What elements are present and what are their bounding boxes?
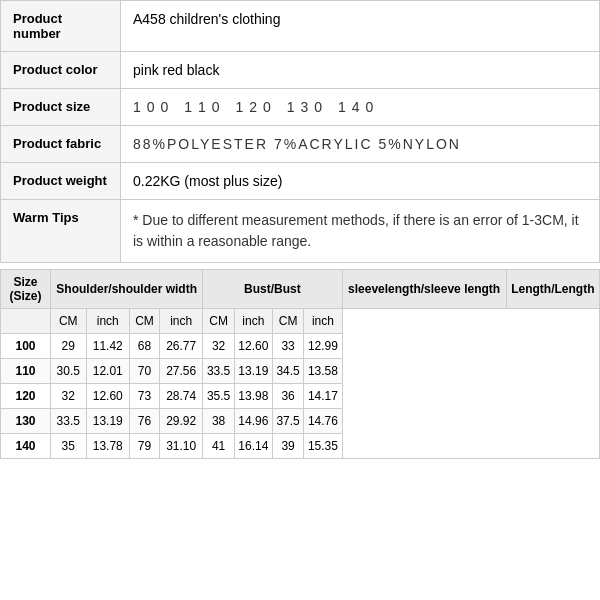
- size-cell: 12.60: [86, 384, 129, 409]
- size-label: 100: [1, 334, 51, 359]
- size-measurement-table: Size (Size)Shoulder/shoulder widthBust/B…: [0, 269, 600, 459]
- size-unit-header: inch: [234, 309, 272, 334]
- info-label: Product color: [1, 52, 121, 89]
- size-col-header: Shoulder/shoulder width: [51, 270, 203, 309]
- size-cell: 12.99: [304, 334, 342, 359]
- info-value: pink red black: [121, 52, 600, 89]
- size-cell: 36: [272, 384, 303, 409]
- product-info-table: Product numberA458 children's clothingPr…: [0, 0, 600, 263]
- size-cell: 14.96: [234, 409, 272, 434]
- size-unit-header: CM: [272, 309, 303, 334]
- size-unit-header: CM: [203, 309, 234, 334]
- info-label: Product weight: [1, 163, 121, 200]
- size-cell: 73: [129, 384, 159, 409]
- size-cell: 31.10: [160, 434, 203, 459]
- size-col-header: Size (Size): [1, 270, 51, 309]
- size-cell: 26.77: [160, 334, 203, 359]
- size-cell: 13.58: [304, 359, 342, 384]
- size-cell: 79: [129, 434, 159, 459]
- size-cell: 14.76: [304, 409, 342, 434]
- size-label: 110: [1, 359, 51, 384]
- size-label: 120: [1, 384, 51, 409]
- size-table-row: 1002911.426826.773212.603312.99: [1, 334, 600, 359]
- size-cell: 15.35: [304, 434, 342, 459]
- size-cell: 28.74: [160, 384, 203, 409]
- size-cell: 29.92: [160, 409, 203, 434]
- size-cell: 13.98: [234, 384, 272, 409]
- size-cell: 32: [203, 334, 234, 359]
- size-col-header: Bust/Bust: [203, 270, 342, 309]
- size-cell: 68: [129, 334, 159, 359]
- size-cell: 33.5: [203, 359, 234, 384]
- size-cell: 12.01: [86, 359, 129, 384]
- size-cell: 16.14: [234, 434, 272, 459]
- info-label: Product number: [1, 1, 121, 52]
- size-cell: 27.56: [160, 359, 203, 384]
- size-cell: 32: [51, 384, 87, 409]
- size-unit-header: inch: [86, 309, 129, 334]
- size-cell: 39: [272, 434, 303, 459]
- size-cell: 30.5: [51, 359, 87, 384]
- size-unit-header: CM: [51, 309, 87, 334]
- size-cell: 13.78: [86, 434, 129, 459]
- info-value: * Due to different measurement methods, …: [121, 200, 600, 263]
- info-label: Warm Tips: [1, 200, 121, 263]
- size-unit-header: [1, 309, 51, 334]
- size-cell: 35: [51, 434, 87, 459]
- info-value: 0.22KG (most plus size): [121, 163, 600, 200]
- size-col-header: sleevelength/sleeve length: [342, 270, 506, 309]
- size-cell: 38: [203, 409, 234, 434]
- size-unit-header: inch: [304, 309, 342, 334]
- size-label: 140: [1, 434, 51, 459]
- size-table-row: 1203212.607328.7435.513.983614.17: [1, 384, 600, 409]
- size-cell: 70: [129, 359, 159, 384]
- size-table-row: 1403513.787931.104116.143915.35: [1, 434, 600, 459]
- size-cell: 14.17: [304, 384, 342, 409]
- size-table-row: 13033.513.197629.923814.9637.514.76: [1, 409, 600, 434]
- size-cell: 29: [51, 334, 87, 359]
- size-unit-header: CM: [129, 309, 159, 334]
- size-cell: 12.60: [234, 334, 272, 359]
- size-label: 130: [1, 409, 51, 434]
- size-cell: 37.5: [272, 409, 303, 434]
- size-cell: 34.5: [272, 359, 303, 384]
- size-table-row: 11030.512.017027.5633.513.1934.513.58: [1, 359, 600, 384]
- size-cell: 33.5: [51, 409, 87, 434]
- info-value: 88%POLYESTER 7%ACRYLIC 5%NYLON: [121, 126, 600, 163]
- info-value: A458 children's clothing: [121, 1, 600, 52]
- size-cell: 13.19: [86, 409, 129, 434]
- info-label: Product size: [1, 89, 121, 126]
- size-unit-header: inch: [160, 309, 203, 334]
- size-cell: 76: [129, 409, 159, 434]
- size-cell: 11.42: [86, 334, 129, 359]
- size-cell: 33: [272, 334, 303, 359]
- info-value: 100 110 120 130 140: [121, 89, 600, 126]
- size-cell: 41: [203, 434, 234, 459]
- size-cell: 35.5: [203, 384, 234, 409]
- size-col-header: Length/Length: [506, 270, 599, 309]
- info-label: Product fabric: [1, 126, 121, 163]
- size-cell: 13.19: [234, 359, 272, 384]
